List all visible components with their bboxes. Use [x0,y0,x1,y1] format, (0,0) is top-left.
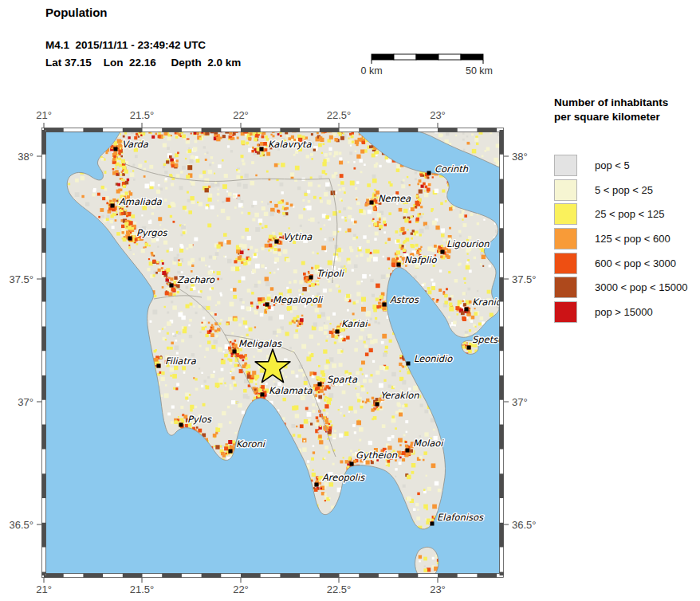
legend-color-swatch [554,203,577,225]
city-marker [265,303,269,307]
legend-label: pop < 5 [595,159,630,171]
axis-label-bottom: 22.5° [327,583,352,595]
legend-row: pop > 15000 [554,300,700,324]
city-label: Spetse [472,334,504,345]
city-label: Varda [122,139,149,150]
axis-label-top: 21.5° [130,109,155,121]
legend-color-swatch [554,277,577,298]
city-label: Koroni [236,438,266,450]
city-marker [114,147,118,151]
city-label: Leonidio [414,353,453,364]
axis-label-right: 37° [512,396,528,408]
city-marker [309,276,313,280]
city-marker [233,350,237,354]
legend-color-swatch [554,253,577,274]
legend-label: 25 < pop < 125 [595,208,664,220]
city-label: Kalamata [269,385,313,396]
city-marker [111,204,115,208]
axis-label-top: 22.5° [327,109,352,121]
city-label: Nafplio [404,254,437,265]
city-label: Gytheion [356,450,398,461]
city-label: Pyrgos [136,227,168,238]
city-label: Corinth [435,163,469,175]
city-marker [376,403,379,407]
axis-label-left: 36.5° [9,519,33,531]
legend-items: pop < 55 < pop < 2525 < pop < 125125 < p… [554,153,700,324]
legend-title-line2: per square kilometer [554,110,700,124]
city-marker [427,171,431,175]
axis-label-bottom: 21.5° [130,583,155,595]
city-marker [261,393,265,397]
axis-label-right: 36.5° [512,519,537,531]
axis-label-top: 22° [233,109,249,121]
legend-color-swatch [554,228,577,249]
city-marker [431,522,435,526]
city-marker [407,362,411,366]
city-marker [467,346,471,350]
city-marker [383,303,387,307]
city-label: Ligourion [446,238,490,249]
city-label: Meligalas [238,338,282,349]
legend-row: 25 < pop < 125 [554,202,700,226]
city-label: Vytina [283,231,313,242]
map-content: VardaKalavrytaCorinthAmaliadaNemeaPyrgos… [42,125,506,577]
axis-label-top: 21° [36,109,52,121]
axis-label-left: 38° [18,151,33,163]
legend-row: 5 < pop < 25 [554,178,700,202]
city-label: Tripoli [317,268,345,279]
city-marker [315,483,319,487]
city-label: Pylos [187,414,212,425]
city-label: Megalopoli [273,294,324,305]
legend-label: 125 < pop < 600 [595,233,671,245]
legend-color-swatch [554,301,577,323]
legend-row: 3000 < pop < 15000 [554,275,700,300]
axis-label-left: 37° [18,396,33,408]
legend-color-swatch [554,155,577,176]
city-label: Yeraklon [380,390,419,401]
city-marker [179,423,183,427]
city-marker [370,201,374,205]
city-label: Kalavryta [268,139,312,150]
city-label: Elafonisos [437,512,484,523]
map-root: VardaKalavrytaCorinthAmaliadaNemeaPyrgos… [9,109,536,595]
legend: Number of inhabitants per square kilomet… [554,96,700,324]
city-label: Nemea [378,193,411,204]
city-marker [350,462,354,466]
axis-label-right: 38° [512,151,528,163]
axis-label-top: 23° [430,109,446,121]
city-label: Astros [390,294,419,305]
city-marker [229,450,233,454]
city-marker [397,263,401,267]
legend-title-line1: Number of inhabitants [554,96,700,110]
city-marker [260,147,264,151]
city-label: Areopolis [322,472,365,483]
axis-label-bottom: 23° [430,583,446,595]
city-marker [275,240,279,244]
city-marker [318,383,322,387]
city-label: Zacharo [177,274,215,285]
legend-row: 125 < pop < 600 [554,226,700,251]
city-label: Filiatra [165,355,197,367]
axis-label-bottom: 21° [36,583,52,595]
city-label: Sparta [327,374,358,385]
axis-label-left: 37.5° [9,273,33,285]
city-marker [406,449,410,453]
city-marker [128,237,132,241]
legend-row: 600 < pop < 3000 [554,251,700,276]
legend-label: pop > 15000 [595,306,653,318]
city-marker [465,308,469,312]
city-label: Amaliada [119,196,163,207]
axis-label-bottom: 22° [233,583,249,595]
legend-label: 3000 < pop < 15000 [595,281,687,293]
city-marker [441,250,445,254]
axis-label-right: 37.5° [512,273,537,285]
legend-row: pop < 5 [554,153,700,178]
legend-label: 5 < pop < 25 [595,184,653,196]
city-label: Molaoi [413,438,444,449]
city-label: Kariai [341,318,368,329]
city-marker [157,364,161,368]
city-marker [336,330,340,334]
legend-label: 600 < pop < 3000 [595,257,676,269]
city-marker [170,284,174,288]
legend-color-swatch [554,179,577,201]
